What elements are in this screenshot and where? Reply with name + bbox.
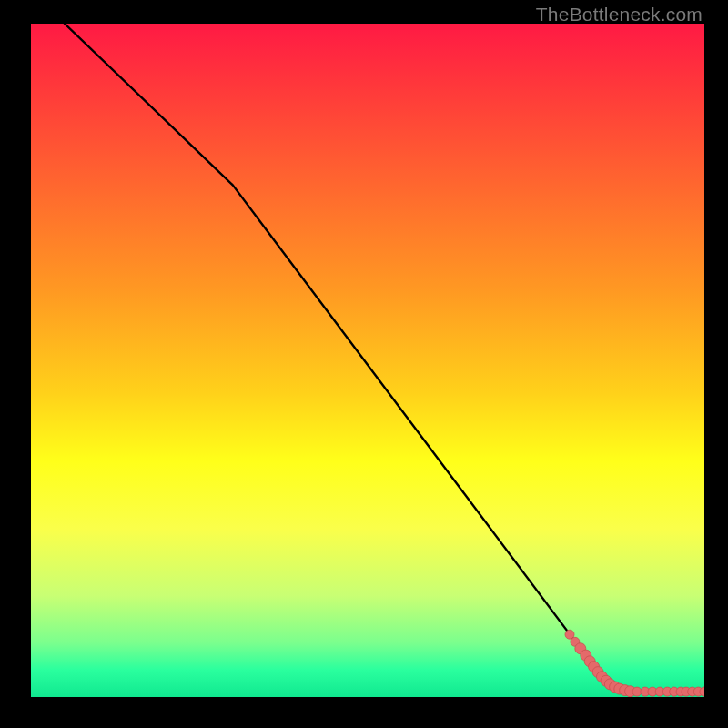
data-curve (65, 24, 704, 692)
data-point (632, 687, 642, 696)
chart-svg (31, 24, 704, 697)
plot-area (31, 24, 704, 697)
attribution-text: TheBottleneck.com (536, 4, 703, 25)
chart-frame: TheBottleneck.com (0, 0, 728, 728)
data-markers (565, 630, 704, 697)
